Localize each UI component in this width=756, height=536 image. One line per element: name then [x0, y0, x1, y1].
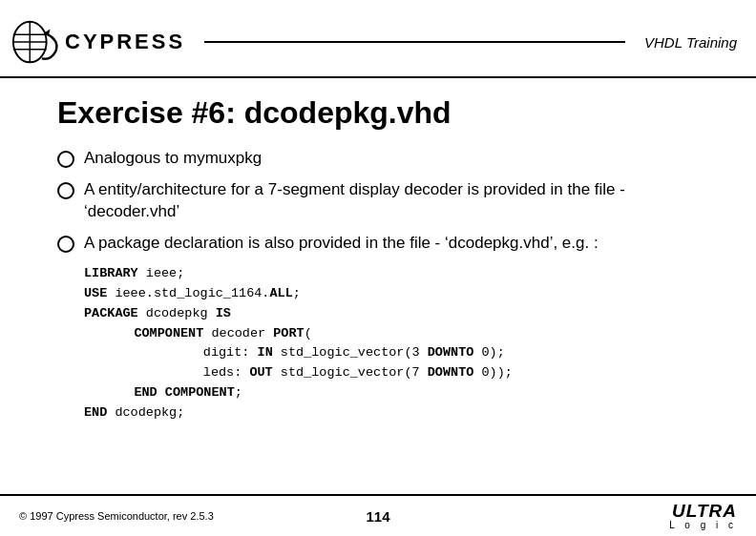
- slide-title: Exercise #6: dcodepkg.vhd: [57, 95, 718, 131]
- ultra-logic-sub: L o g i c: [669, 520, 737, 530]
- code-line-2: USE ieee.std_logic_1164.ALL;: [84, 284, 718, 304]
- logo-text: CYPRESS: [65, 30, 185, 54]
- bullet-text-3: A package declaration is also provided i…: [84, 233, 718, 255]
- bullet-text-1: Analogous to mymuxpkg: [84, 148, 718, 170]
- bullet-circle-icon: [57, 151, 74, 168]
- bullet-circle-icon: [57, 236, 74, 253]
- slide-content: Exercise #6: dcodepkg.vhd Analogous to m…: [0, 78, 756, 433]
- list-item: A package declaration is also provided i…: [57, 233, 718, 255]
- bullet-text-2: A entity/architecture for a 7-segment di…: [84, 179, 718, 223]
- footer-page-number: 114: [366, 508, 389, 525]
- bullet-list: Analogous to mymuxpkg A entity/architect…: [57, 148, 718, 255]
- code-line-3: PACKAGE dcodepkg IS: [84, 304, 718, 324]
- bullet-circle-icon: [57, 182, 74, 199]
- slide: CYPRESS VHDL Training Exercise #6: dcode…: [0, 0, 756, 536]
- code-line-7: END COMPONENT;: [103, 383, 718, 403]
- list-item: A entity/architecture for a 7-segment di…: [57, 179, 718, 223]
- slide-header: CYPRESS VHDL Training: [0, 0, 756, 78]
- code-line-6: leds: OUT std_logic_vector(7 DOWNTO 0));: [141, 363, 718, 383]
- header-title: VHDL Training: [644, 34, 737, 51]
- footer-logo: ULTRA L o g i c: [669, 502, 737, 530]
- ultra-logic-text: ULTRA: [672, 502, 737, 520]
- logo-area: CYPRESS: [10, 14, 185, 70]
- code-line-1: LIBRARY ieee;: [84, 264, 718, 284]
- header-divider-line: [204, 41, 625, 43]
- slide-footer: © 1997 Cypress Semiconductor, rev 2.5.3 …: [0, 494, 756, 536]
- footer-copyright: © 1997 Cypress Semiconductor, rev 2.5.3: [19, 510, 214, 522]
- cypress-logo-icon: [10, 14, 65, 70]
- list-item: Analogous to mymuxpkg: [57, 148, 718, 170]
- code-block: LIBRARY ieee; USE ieee.std_logic_1164.AL…: [84, 264, 718, 423]
- code-line-4: COMPONENT decoder PORT(: [103, 324, 718, 344]
- code-line-5: digit: IN std_logic_vector(3 DOWNTO 0);: [141, 343, 718, 363]
- code-line-8: END dcodepkg;: [84, 403, 718, 423]
